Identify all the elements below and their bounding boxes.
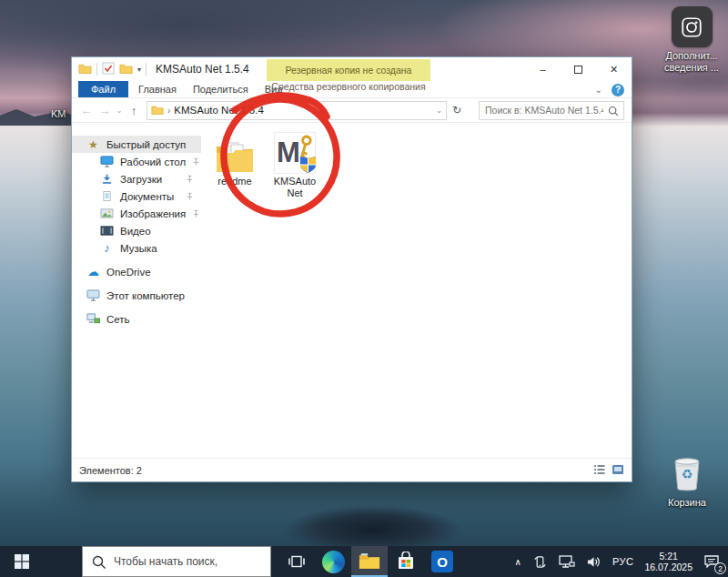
close-button[interactable]: ✕ (596, 57, 632, 81)
breadcrumb-path[interactable]: KMSAuto Net 1.5.4 (174, 105, 263, 116)
ribbon-collapse-icon[interactable]: ⌄ (595, 85, 602, 95)
taskbar-search-input[interactable] (83, 547, 270, 576)
sidebar-item-music[interactable]: ♪ Музыка (72, 239, 201, 257)
back-button[interactable]: ← (77, 104, 96, 117)
taskbar: O ∧ РУС 5:21 16.07.2025 2 (0, 546, 728, 577)
file-explorer-icon (359, 552, 380, 570)
minimize-button[interactable]: – (525, 57, 561, 81)
address-bar[interactable]: › KMSAuto Net 1.5.4 ⌄ (147, 101, 447, 120)
details-view-icon[interactable] (593, 464, 606, 477)
window-caption-buttons: – ✕ (525, 57, 632, 81)
system-tray: ∧ РУС 5:21 16.07.2025 2 (511, 546, 728, 577)
sidebar-item-network[interactable]: Сеть (72, 310, 201, 328)
store-taskbar-button[interactable] (388, 546, 424, 577)
clock-time: 5:21 (660, 551, 678, 562)
recycle-bin-label: Корзина (668, 497, 706, 509)
shortcut-label: Дополнит... (665, 50, 717, 62)
tab-home[interactable]: Главная (130, 81, 185, 97)
volume-tray-icon[interactable] (581, 546, 606, 577)
windows-logo-icon (15, 554, 29, 569)
onedrive-cloud-icon: ☁ (86, 265, 100, 278)
explorer-search-input[interactable] (480, 102, 623, 119)
up-button[interactable]: ↑ (125, 104, 143, 117)
sidebar-item-quick-access[interactable]: ★ Быстрый доступ (72, 136, 201, 153)
file-readme[interactable]: readme (207, 130, 263, 187)
qat-properties-icon[interactable] (102, 62, 115, 76)
qat-new-folder-icon[interactable] (119, 63, 133, 76)
separator (146, 63, 147, 76)
image-placeholder-icon (672, 6, 713, 47)
tab-file[interactable]: Файл (78, 81, 128, 97)
taskbar-search[interactable] (82, 546, 271, 577)
maximize-button[interactable] (561, 57, 596, 81)
file-label: KMSAuto Net (268, 176, 322, 199)
sidebar-item-onedrive[interactable]: ☁ OneDrive (72, 263, 201, 280)
star-icon: ★ (86, 138, 100, 151)
task-view-icon (288, 554, 305, 569)
documents-icon (100, 190, 114, 202)
explorer-body: ★ Быстрый доступ Рабочий стол (72, 125, 632, 458)
clock-date: 16.07.2025 (644, 562, 693, 572)
microsoft-store-icon (396, 552, 416, 572)
language-indicator[interactable]: РУС (608, 546, 639, 577)
explorer-taskbar-button[interactable] (351, 546, 388, 577)
action-center-button[interactable]: 2 (699, 546, 724, 577)
large-icons-view-icon[interactable] (612, 464, 624, 477)
network-icon (86, 313, 100, 325)
edge-taskbar-button[interactable] (315, 546, 351, 577)
pin-icon (192, 208, 200, 219)
desktop-shortcut-info[interactable]: Дополнит... сведения ... (657, 6, 726, 74)
tray-overflow-chevron-icon[interactable]: ∧ (511, 546, 526, 577)
desktop-screen: Дополнит... сведения ... KM ♻ Корзина (0, 0, 728, 577)
shortcut-label: сведения ... (664, 62, 719, 74)
search-icon (92, 555, 106, 573)
tab-backup-tools[interactable]: Средства резервного копирования (267, 81, 430, 92)
explorer-window: ▾ KMSAuto Net 1.5.4 Резервная копия не с… (71, 56, 632, 482)
notification-badge: 2 (714, 562, 726, 574)
status-bar: Элементов: 2 (72, 458, 632, 481)
recycle-bin-shortcut[interactable]: ♻ Корзина (657, 455, 717, 509)
recycle-bin-icon: ♻ (671, 455, 703, 497)
taskbar-clock[interactable]: 5:21 16.07.2025 (640, 546, 697, 577)
items-count: Элементов: 2 (79, 465, 142, 476)
refresh-icon[interactable]: ↻ (447, 104, 467, 116)
tray-phone-icon[interactable] (528, 546, 552, 577)
folder-icon (151, 105, 164, 116)
music-note-icon: ♪ (100, 241, 114, 255)
separator (96, 63, 97, 76)
outlook-taskbar-button[interactable]: O (424, 546, 460, 577)
recent-locations-chevron-icon[interactable]: ⌄ (114, 106, 125, 115)
pin-icon (186, 191, 194, 202)
desktop-shortcut-partial-label[interactable]: KM (51, 108, 66, 120)
sidebar-item-downloads[interactable]: Загрузки (72, 170, 201, 187)
edge-icon (322, 551, 345, 573)
ribbon-tabs: Файл Главная Поделиться Вид Средства рез… (72, 81, 632, 98)
forward-button[interactable]: → (96, 104, 114, 117)
sidebar-item-videos[interactable]: Видео (72, 222, 201, 239)
explorer-app-icon (78, 63, 92, 76)
tab-share[interactable]: Поделиться (185, 81, 257, 97)
downloads-icon (100, 173, 114, 185)
pin-icon (186, 174, 194, 185)
address-dropdown-icon[interactable]: ⌄ (436, 106, 442, 115)
explorer-search[interactable] (479, 101, 624, 120)
desktop-icon (100, 156, 114, 167)
task-view-button[interactable] (278, 546, 315, 577)
sidebar-item-this-pc[interactable]: Этот компьютер (72, 287, 201, 304)
kmsauto-app-icon: M (274, 130, 316, 174)
recycle-symbol-icon: ♻ (671, 467, 703, 481)
file-kmsauto-net[interactable]: M KM (267, 130, 323, 199)
window-titlebar: ▾ KMSAuto Net 1.5.4 Резервная копия не с… (72, 57, 632, 81)
sidebar-item-pictures[interactable]: Изображения (72, 205, 201, 222)
uac-shield-icon (299, 155, 317, 174)
sidebar-item-desktop[interactable]: Рабочий стол (72, 153, 201, 170)
file-label: readme (207, 176, 262, 187)
start-button[interactable] (0, 546, 44, 577)
qat-customize-dropdown-icon[interactable]: ▾ (137, 66, 141, 74)
address-bar-row: ← → ⌄ ↑ › KMSAuto Net 1.5.4 ⌄ ↻ (72, 98, 632, 123)
backup-notification-banner: Резервная копия не создана (267, 59, 430, 81)
network-tray-icon[interactable] (554, 546, 580, 577)
readme-folder-icon (215, 130, 255, 174)
help-icon[interactable]: ? (612, 84, 624, 96)
sidebar-item-documents[interactable]: Документы (72, 187, 201, 205)
